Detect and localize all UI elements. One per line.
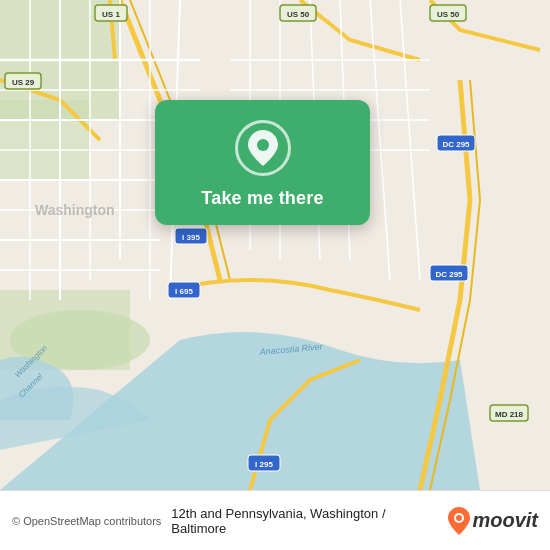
map-background: Washington Channel Anacostia River US 1 … <box>0 0 550 490</box>
moovit-wordmark: moovit <box>472 509 538 532</box>
moovit-logo: moovit <box>448 507 538 535</box>
svg-text:Washington: Washington <box>35 202 115 218</box>
svg-text:I 695: I 695 <box>175 287 193 296</box>
map-attribution: © OpenStreetMap contributors <box>12 515 161 527</box>
map-container: Washington Channel Anacostia River US 1 … <box>0 0 550 490</box>
moovit-pin-icon <box>448 507 470 535</box>
location-card[interactable]: Take me there <box>155 100 370 225</box>
svg-text:MD 218: MD 218 <box>495 410 524 419</box>
svg-rect-2 <box>0 100 90 180</box>
svg-text:US 29: US 29 <box>12 78 35 87</box>
location-pin-icon <box>248 130 278 166</box>
svg-text:US 50: US 50 <box>437 10 460 19</box>
svg-text:I 295: I 295 <box>255 460 273 469</box>
svg-point-53 <box>257 139 269 151</box>
pin-icon-wrapper <box>235 120 291 176</box>
take-me-there-label: Take me there <box>201 188 323 209</box>
svg-text:I 395: I 395 <box>182 233 200 242</box>
svg-text:DC 295: DC 295 <box>435 270 463 279</box>
svg-text:US 50: US 50 <box>287 10 310 19</box>
svg-text:US 1: US 1 <box>102 10 120 19</box>
svg-text:DC 295: DC 295 <box>442 140 470 149</box>
bottom-bar: © OpenStreetMap contributors 12th and Pe… <box>0 490 550 550</box>
location-text: 12th and Pennsylvania, Washington / Balt… <box>161 506 448 536</box>
svg-point-55 <box>456 515 462 521</box>
